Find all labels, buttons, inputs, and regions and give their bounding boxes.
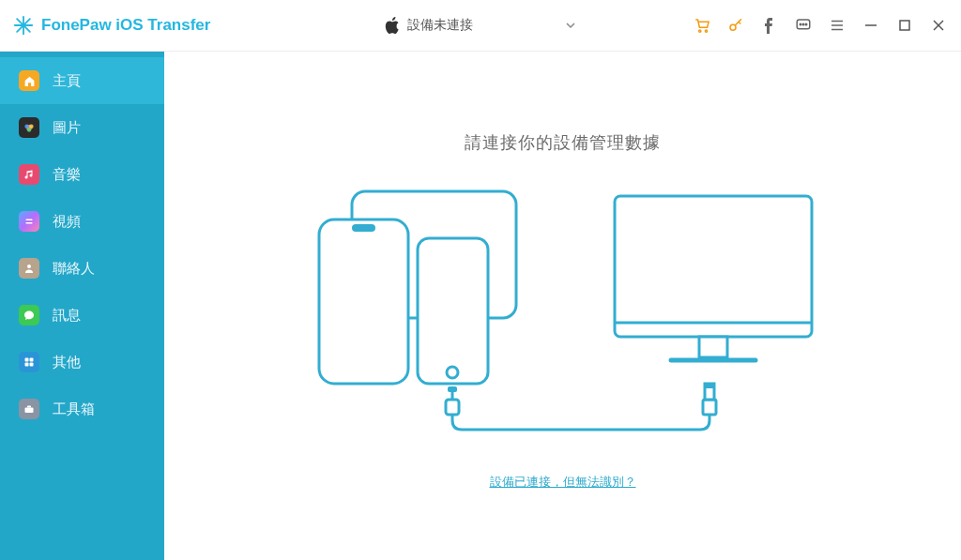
help-link-container: 設備已連接，但無法識別？	[164, 473, 961, 491]
svg-rect-39	[699, 337, 727, 357]
minimize-button[interactable]	[862, 16, 880, 35]
svg-rect-43	[446, 400, 459, 415]
svg-point-6	[705, 30, 707, 32]
svg-rect-31	[27, 406, 31, 408]
sidebar-item-label: 圖片	[53, 119, 81, 137]
svg-point-5	[699, 30, 701, 32]
sidebar-item-label: 其他	[53, 354, 81, 371]
maximize-button[interactable]	[895, 16, 914, 35]
svg-point-7	[730, 24, 736, 30]
sidebar: 主頁 圖片 音樂 視頻	[0, 52, 164, 560]
sidebar-item-music[interactable]: 音樂	[0, 151, 164, 198]
svg-rect-37	[615, 196, 812, 337]
sidebar-item-label: 聯絡人	[53, 260, 95, 278]
svg-rect-30	[25, 408, 34, 414]
svg-rect-44	[703, 400, 716, 415]
sidebar-item-label: 主頁	[53, 72, 81, 90]
sidebar-item-label: 音樂	[53, 166, 81, 184]
chevron-down-icon	[565, 20, 576, 31]
svg-point-10	[802, 23, 804, 25]
device-not-recognized-link[interactable]: 設備已連接，但無法識別？	[490, 475, 636, 489]
feedback-icon[interactable]	[794, 16, 813, 35]
svg-rect-33	[319, 219, 408, 384]
app-logo: FonePaw iOS Transfer	[0, 15, 210, 36]
svg-point-25	[27, 265, 31, 268]
app-body: 主頁 圖片 音樂 視頻	[0, 52, 961, 560]
svg-rect-16	[900, 21, 909, 30]
app-window: FonePaw iOS Transfer 設備未連接	[0, 0, 961, 560]
close-button[interactable]	[929, 16, 948, 35]
sidebar-item-others[interactable]: 其他	[0, 339, 164, 386]
svg-rect-24	[26, 222, 33, 224]
svg-rect-27	[30, 358, 34, 362]
device-selector[interactable]: 設備未連接	[372, 11, 589, 39]
svg-point-4	[22, 23, 25, 27]
sidebar-item-home[interactable]: 主頁	[0, 57, 164, 104]
window-controls	[693, 16, 961, 35]
sidebar-item-label: 工具箱	[53, 401, 95, 418]
svg-point-11	[805, 23, 807, 25]
devices-illustration	[300, 182, 826, 435]
videos-icon	[19, 211, 39, 232]
key-icon[interactable]	[726, 16, 745, 35]
svg-rect-29	[30, 363, 34, 367]
others-icon	[19, 352, 39, 372]
svg-rect-28	[25, 363, 29, 367]
cart-icon[interactable]	[693, 16, 711, 35]
app-title: FonePaw iOS Transfer	[41, 16, 210, 35]
svg-rect-23	[26, 219, 33, 221]
sidebar-item-videos[interactable]: 視頻	[0, 198, 164, 245]
home-icon	[19, 70, 39, 91]
title-bar: FonePaw iOS Transfer 設備未連接	[0, 0, 961, 52]
contacts-icon	[19, 258, 39, 279]
sidebar-item-label: 視頻	[53, 213, 81, 231]
sidebar-item-label: 訊息	[53, 307, 81, 325]
toolbox-icon	[19, 399, 39, 419]
svg-rect-46	[705, 384, 714, 388]
connection-illustration	[164, 182, 961, 435]
svg-rect-26	[25, 358, 29, 362]
connect-prompt: 請連接你的設備管理數據	[164, 131, 961, 154]
menu-icon[interactable]	[828, 16, 847, 35]
sidebar-item-contacts[interactable]: 聯絡人	[0, 245, 164, 292]
sidebar-item-toolbox[interactable]: 工具箱	[0, 386, 164, 432]
facebook-icon[interactable]	[760, 16, 779, 35]
photos-icon	[19, 117, 39, 138]
messages-icon	[19, 305, 39, 325]
sidebar-item-messages[interactable]: 訊息	[0, 292, 164, 339]
main-content: 請連接你的設備管理數據	[164, 52, 961, 560]
svg-rect-34	[352, 224, 375, 232]
snowflake-icon	[13, 15, 34, 36]
svg-rect-42	[448, 386, 457, 392]
sidebar-item-photos[interactable]: 圖片	[0, 104, 164, 151]
svg-point-22	[27, 128, 32, 132]
svg-point-9	[800, 23, 801, 25]
music-icon	[19, 164, 39, 185]
svg-rect-35	[418, 238, 488, 384]
device-status-text: 設備未連接	[407, 17, 473, 34]
apple-icon	[385, 17, 400, 34]
